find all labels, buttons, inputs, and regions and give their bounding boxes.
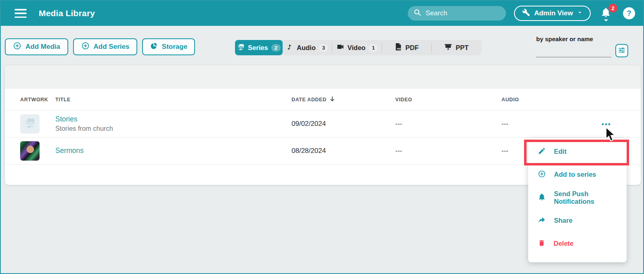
column-header-title: TITLE [55, 97, 292, 102]
help-button[interactable]: ? [623, 7, 635, 19]
pdf-file-icon: PDF [395, 43, 402, 52]
plus-circle-icon [13, 42, 21, 52]
tab-video-label: Video [348, 44, 366, 52]
menu-item-delete-label: Delete [554, 240, 574, 247]
hamburger-menu-icon[interactable] [15, 9, 27, 18]
tab-pdf-label: PDF [405, 44, 419, 52]
menu-item-share-label: Share [554, 217, 573, 224]
storage-button[interactable]: Storage [142, 38, 195, 55]
speaker-name-filter-input[interactable] [536, 48, 611, 57]
tools-icon [522, 8, 530, 19]
admin-view-button[interactable]: Admin View [514, 6, 591, 21]
bell-caret-icon [604, 19, 608, 21]
tab-ppt-label: PPT [455, 44, 468, 52]
storage-label: Storage [162, 43, 187, 51]
tab-video-count-badge: 1 [369, 44, 378, 52]
tab-pdf[interactable]: PDF PDF [382, 40, 432, 55]
menu-item-add-to-series-label: Add to series [554, 171, 596, 178]
search-input[interactable] [426, 9, 490, 17]
table-row[interactable]: Stories Stories from church 09/02/2024 -… [5, 111, 641, 138]
media-title-link[interactable]: Sermons [55, 146, 292, 156]
app-header: Media Library Admin View 2 ? [1, 1, 643, 26]
date-added-cell: 09/02/2024 [292, 120, 395, 128]
search-icon [413, 8, 422, 18]
table-header-row: ARTWORK TITLE DATE ADDED VIDEO AUDIO [5, 89, 641, 111]
notifications-button[interactable]: 2 [600, 6, 613, 20]
filter-options-button[interactable] [615, 44, 628, 57]
trash-icon [538, 239, 545, 249]
media-type-tabs: Series 2 Audio 3 Video 1 PDF PDF [235, 40, 481, 55]
media-title-link[interactable]: Stories [55, 115, 292, 124]
tab-audio-count-badge: 3 [319, 44, 328, 52]
video-camera-icon [336, 43, 344, 52]
artwork-thumbnail [20, 141, 40, 161]
notification-count-badge: 2 [608, 4, 617, 13]
plus-circle-icon [538, 170, 546, 180]
date-added-cell: 08/28/2024 [292, 147, 395, 155]
add-media-label: Add Media [25, 43, 60, 51]
add-media-button[interactable]: Add Media [5, 38, 68, 55]
tab-audio[interactable]: Audio 3 [283, 40, 332, 55]
filter-label: by speaker or name [536, 36, 593, 42]
menu-item-delete[interactable]: Delete [528, 232, 627, 255]
tab-video[interactable]: Video 1 [332, 40, 382, 55]
question-mark-icon: ? [627, 9, 631, 18]
music-note-icon [287, 44, 294, 52]
menu-item-share[interactable]: Share [528, 209, 627, 232]
add-series-button[interactable]: Add Series [73, 38, 137, 55]
page-title: Media Library [39, 8, 95, 18]
media-subtitle: Stories from church [55, 124, 292, 133]
sort-descending-icon [329, 96, 336, 103]
tab-series-count-badge: 2 [271, 44, 281, 52]
pencil-icon [538, 147, 546, 157]
search-box[interactable] [408, 6, 506, 21]
column-header-audio: AUDIO [501, 97, 641, 102]
pie-chart-icon [150, 42, 158, 52]
column-header-video: VIDEO [395, 97, 501, 102]
tab-series-label: Series [248, 44, 268, 52]
menu-item-edit[interactable]: Edit [528, 140, 627, 163]
menu-item-send-push-label: Send Push Notifications [554, 190, 617, 205]
menu-item-add-to-series[interactable]: Add to series [528, 163, 627, 186]
plus-circle-icon [81, 42, 90, 52]
bell-icon [600, 13, 611, 20]
artwork-placeholder [20, 114, 40, 134]
tab-series[interactable]: Series 2 [235, 40, 283, 55]
svg-text:PDF: PDF [397, 48, 401, 50]
share-icon [538, 216, 546, 226]
sliders-icon [618, 46, 626, 56]
media-library-window: Media Library Admin View 2 ? [0, 0, 644, 274]
video-cell: --- [395, 120, 501, 128]
presentation-icon [444, 43, 452, 52]
admin-view-label: Admin View [534, 9, 573, 17]
table-toolbar-band [5, 65, 641, 89]
bell-icon [538, 193, 546, 203]
menu-item-edit-label: Edit [554, 148, 566, 155]
row-actions-context-menu: Edit Add to series Send Push Notificatio… [528, 138, 627, 262]
menu-item-send-push-notifications[interactable]: Send Push Notifications [528, 186, 627, 209]
row-actions-menu-button[interactable] [599, 118, 613, 130]
tab-ppt[interactable]: PPT [432, 40, 481, 55]
add-series-label: Add Series [94, 43, 130, 51]
column-header-date-added[interactable]: DATE ADDED [292, 96, 395, 103]
audio-cell: --- [501, 120, 641, 128]
media-series-icon [237, 43, 245, 52]
chevron-down-icon [577, 9, 583, 17]
column-header-artwork: ARTWORK [20, 97, 55, 102]
tab-audio-label: Audio [297, 44, 316, 52]
video-cell: --- [395, 147, 501, 155]
placeholder-media-icon [24, 117, 36, 131]
